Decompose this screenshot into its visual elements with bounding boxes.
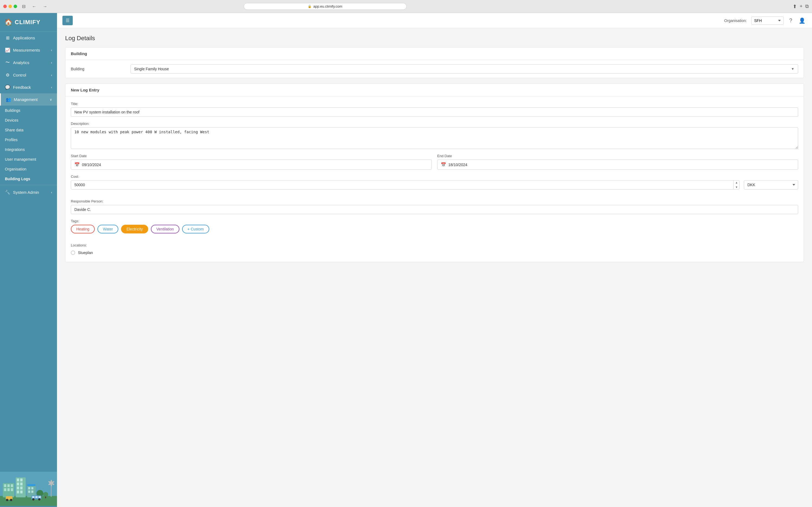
svg-rect-11 [20,478,22,482]
user-profile-button[interactable]: 👤 [798,16,807,25]
svg-rect-14 [17,487,19,490]
sidebar-sub-label: Devices [5,118,18,122]
tag-custom[interactable]: + Custom [182,225,209,233]
sidebar-item-label: Measurements [13,48,40,52]
close-dot[interactable] [3,5,7,8]
cost-input-wrapper: ▲ ▼ [71,180,740,189]
sidebar-item-applications[interactable]: ⊞ Applications [0,32,57,44]
svg-rect-17 [20,491,22,494]
control-icon: ⚙ [5,72,10,77]
end-date-label: End Date [437,154,798,158]
minimize-dot[interactable] [8,5,12,8]
responsible-label: Responsible Person: [71,199,798,203]
sidebar-item-building-logs[interactable]: Building Logs [0,174,57,184]
logo-icon: 🏠 [4,18,12,26]
share-button[interactable]: ⬆ [793,4,797,9]
currency-select[interactable]: DKK EUR USD GBP [744,180,798,189]
svg-rect-8 [11,488,13,491]
sidebar-item-share-data[interactable]: Share data [0,125,57,135]
sidebar-item-analytics[interactable]: 〜 Analytics ‹ [0,56,57,69]
title-group: Title: [71,102,798,117]
browser-dots [3,5,17,8]
sidebar-item-control[interactable]: ⚙ Control ‹ [0,69,57,81]
cost-decrement-button[interactable]: ▼ [734,185,740,189]
responsible-group: Responsible Person: [71,199,798,214]
sidebar-sub-label: Organisation [5,167,26,171]
chevron-icon: ‹ [51,190,52,194]
sidebar-item-label: Applications [13,36,35,40]
sidebar-item-profiles[interactable]: Profiles [0,135,57,145]
sidebar-item-label: Control [13,73,26,77]
svg-rect-3 [4,484,6,487]
end-date-value: 18/10/2024 [448,163,467,167]
help-button[interactable]: ? [788,16,793,25]
sidebar-sub-label: User management [5,157,36,162]
building-label: Building [71,67,125,71]
browser-chrome: ⊟ ← → 🔒 app.eu.climify.com ⬆ + ⧉ [0,0,812,13]
start-date-label: Start Date [71,154,432,158]
tabs-button[interactable]: ⧉ [805,4,809,9]
new-log-card: New Log Entry Title: Description: 10 new… [65,83,804,262]
start-date-group: Start Date 📅 09/10/2024 [71,154,432,170]
location-label: Stueplan [78,250,93,255]
address-bar[interactable]: 🔒 app.eu.climify.com [244,3,407,10]
sidebar-item-user-management[interactable]: User management [0,155,57,164]
title-input[interactable] [71,108,798,117]
building-select-wrapper: Single Family House Office Building [130,64,798,73]
cost-increment-button[interactable]: ▲ [734,180,740,185]
sidebar-divider [0,185,57,185]
svg-rect-4 [7,484,9,487]
cost-row: ▲ ▼ DKK EUR USD GBP [71,180,798,189]
sidebar-item-feedback[interactable]: 💬 Feedback ‹ [0,81,57,93]
tag-water[interactable]: Water [98,225,118,233]
sidebar-item-buildings[interactable]: Buildings [0,106,57,115]
start-date-input[interactable]: 📅 09/10/2024 [71,160,432,170]
url-text: app.eu.climify.com [313,4,342,8]
building-select[interactable]: Single Family House Office Building [130,64,798,73]
tag-ventilation[interactable]: Ventilation [151,225,179,233]
svg-rect-22 [32,491,34,493]
tag-electricity[interactable]: Electricity [121,225,148,233]
chevron-icon: ‹ [51,61,52,65]
description-textarea[interactable]: 10 new modules with peak power 400 W ins… [71,127,798,149]
description-group: Description: 10 new modules with peak po… [71,122,798,149]
svg-rect-27 [45,496,46,498]
sidebar-sub-label: Profiles [5,137,18,142]
sidebar-item-label: Feedback [13,85,31,90]
tag-heating[interactable]: Heating [71,225,95,233]
building-card: Building Building Single Family House Of… [65,47,804,78]
sidebar: 🏠 CLIMIFY ⊞ Applications 📈 Measurements … [0,13,57,507]
forward-button[interactable]: → [41,4,49,9]
calendar-icon: 📅 [74,162,80,167]
svg-rect-36 [39,496,41,498]
sidebar-item-organisation[interactable]: Organisation [0,164,57,174]
sidebar-item-measurements[interactable]: 📈 Measurements ‹ [0,44,57,56]
org-label: Organisation: [724,18,747,23]
end-date-input[interactable]: 📅 18/10/2024 [437,160,798,170]
sidebar-item-management[interactable]: 👥 Management ∨ [0,93,57,106]
sidebar-item-integrations[interactable]: Integrations [0,145,57,155]
main-content: ☰ Organisation: SFH ? 👤 Log Details Buil… [57,13,812,507]
svg-point-32 [32,498,35,501]
locations-label: Locations: [71,243,798,247]
management-icon: 👥 [6,97,11,102]
svg-rect-15 [20,487,22,490]
cost-label: Cost: [71,174,798,179]
svg-rect-6 [4,488,6,491]
location-radio[interactable] [71,250,75,255]
sidebar-toggle-browser[interactable]: ⊟ [20,3,27,9]
sidebar-item-devices[interactable]: Devices [0,115,57,125]
responsible-input[interactable] [71,205,798,214]
system-admin-icon: 🔧 [5,190,10,195]
maximize-dot[interactable] [13,5,17,8]
page-title: Log Details [65,35,804,42]
measurements-icon: 📈 [5,48,10,53]
cost-input[interactable] [71,180,740,189]
new-tab-button[interactable]: + [800,4,803,9]
sidebar-sub-label: Building Logs [5,177,30,181]
back-button[interactable]: ← [31,4,38,9]
new-log-section-title: New Log Entry [65,84,804,96]
hamburger-menu-button[interactable]: ☰ [62,16,73,25]
sidebar-item-system-admin[interactable]: 🔧 System Admin ‹ [0,186,57,199]
org-select[interactable]: SFH [751,16,784,25]
